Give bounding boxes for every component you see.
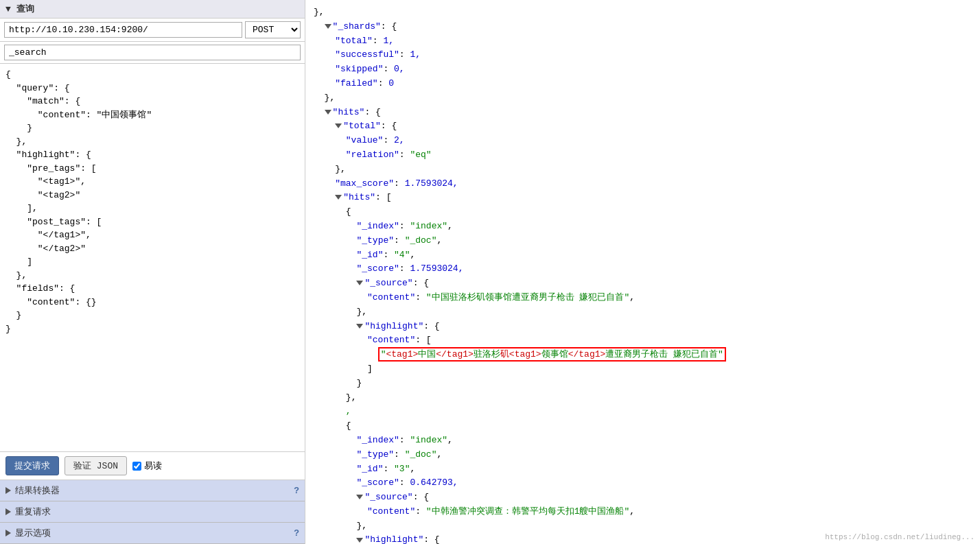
- shards-toggle[interactable]: [325, 24, 331, 29]
- hit1-source-toggle[interactable]: [356, 281, 363, 285]
- shards-skipped: "skipped": 0,: [314, 62, 972, 77]
- hit1-open: {: [314, 205, 972, 220]
- hit1-type: "_type": "_doc",: [314, 234, 972, 248]
- shards-failed: "failed": 0: [314, 77, 972, 91]
- action-bar: 提交请求 验证 JSON 易读: [0, 452, 305, 480]
- hit1-highlight-arr-close: ]: [314, 362, 972, 377]
- hit1-highlight-box: "<tag1>中国</tag1>驻洛杉矶<tag1>领事馆</tag1>遭亚裔男…: [378, 347, 726, 362]
- shards-close: },: [314, 91, 972, 106]
- hits-total-line: "total": {: [314, 119, 972, 134]
- hit1-highlight-open: "highlight": {: [314, 320, 972, 334]
- hit2-type: "_type": "_doc",: [314, 448, 972, 462]
- result-converter-section[interactable]: 结果转换器 ?: [0, 480, 305, 501]
- submit-button[interactable]: 提交请求: [5, 456, 59, 475]
- shards-line: "_shards": {: [314, 20, 972, 34]
- watermark: https://blog.csdn.net/liudineg...: [825, 533, 975, 541]
- display-options-label: 显示选项: [15, 527, 51, 539]
- left-panel: ▼ 查询 GET POST PUT DELETE 提交请求 验证 JSON 易读…: [0, 0, 305, 544]
- shards-total: "total": 1,: [314, 34, 972, 49]
- hits-total-toggle[interactable]: [335, 123, 342, 128]
- hits-array-toggle[interactable]: [335, 195, 342, 200]
- display-options-section[interactable]: 显示选项 ?: [0, 523, 305, 544]
- endpoint-input[interactable]: [4, 45, 301, 60]
- display-options-help[interactable]: ?: [294, 528, 299, 539]
- easy-read-label[interactable]: 易读: [132, 460, 162, 472]
- section-triangle-display: [5, 530, 11, 536]
- hits-toggle[interactable]: [325, 110, 331, 115]
- header-title: ▼ 查询: [5, 4, 34, 14]
- hit1-highlight-toggle[interactable]: [356, 324, 363, 329]
- hit2-highlight-toggle[interactable]: [356, 538, 363, 543]
- hit2-source-close: },: [314, 519, 972, 534]
- section-triangle-result: [5, 487, 11, 494]
- shards-successful: "successful": 1,: [314, 48, 972, 62]
- repeat-request-label: 重复请求: [15, 506, 51, 518]
- hit2-source-toggle[interactable]: [356, 495, 363, 499]
- query-header: ▼ 查询: [0, 0, 305, 19]
- easy-read-checkbox[interactable]: [132, 462, 141, 471]
- hit1-index: "_index": "index",: [314, 220, 972, 234]
- section-triangle-repeat: [5, 508, 11, 515]
- hit2-comma: ,: [314, 405, 972, 419]
- url-bar: GET POST PUT DELETE: [0, 19, 305, 42]
- hit2-score: "_score": 0.642793,: [314, 476, 972, 490]
- validate-json-button[interactable]: 验证 JSON: [65, 456, 127, 475]
- hit1-source-content: "content": "中国驻洛杉矶领事馆遭亚裔男子枪击 嫌犯已自首",: [314, 291, 972, 305]
- hit1-close: },: [314, 391, 972, 405]
- hit2-open: {: [314, 419, 972, 434]
- endpoint-bar: [0, 42, 305, 64]
- right-panel: }, "_shards": { "total": 1, "successful"…: [305, 0, 980, 544]
- hits-array-line: "hits": [: [314, 191, 972, 205]
- easy-read-text: 易读: [144, 460, 162, 472]
- hit2-index: "_index": "index",: [314, 434, 972, 448]
- hits-total-value: "value": 2,: [314, 134, 972, 148]
- hit1-id: "_id": "4",: [314, 248, 972, 263]
- hits-outer-line: "hits": {: [314, 106, 972, 120]
- hit1-highlight-value: "<tag1>中国</tag1>驻洛杉矶<tag1>领事馆</tag1>遭亚裔男…: [314, 348, 972, 362]
- hits-total-close: },: [314, 163, 972, 177]
- hit1-source-open: "_source": {: [314, 276, 972, 291]
- max-score-line: "max_score": 1.7593024,: [314, 177, 972, 191]
- hit1-highlight-content-key: "content": [: [314, 333, 972, 348]
- repeat-request-section[interactable]: 重复请求: [0, 501, 305, 523]
- result-converter-label: 结果转换器: [15, 484, 60, 497]
- method-select[interactable]: GET POST PUT DELETE: [245, 21, 301, 38]
- request-body-editor[interactable]: [0, 64, 305, 452]
- hits-total-relation: "relation": "eq": [314, 148, 972, 163]
- hit2-source-content: "content": "中韩渔警冲突调查：韩警平均每天扣1艘中国渔船",: [314, 505, 972, 519]
- hit1-score: "_score": 1.7593024,: [314, 262, 972, 276]
- hit2-id: "_id": "3",: [314, 462, 972, 477]
- hit2-source-open: "_source": {: [314, 490, 972, 505]
- hit1-highlight-close: }: [314, 377, 972, 391]
- hit1-source-close: },: [314, 305, 972, 320]
- response-line: },: [314, 5, 972, 20]
- result-converter-help[interactable]: ?: [294, 486, 299, 496]
- url-input[interactable]: [4, 22, 242, 38]
